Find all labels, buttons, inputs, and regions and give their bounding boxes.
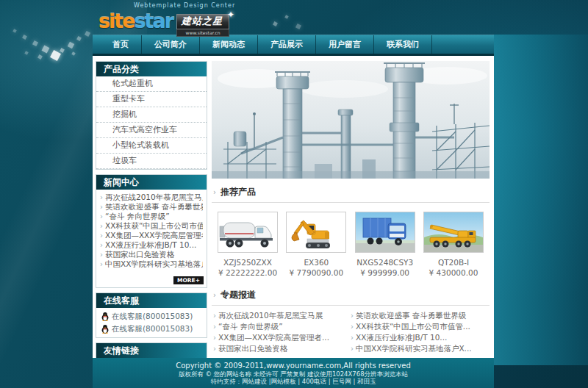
news-item[interactable]: ›再次征战2010年慕尼黑宝马展 — [100, 193, 203, 202]
report-item[interactable]: ›笑语欢歌迎盛事 奋斗勇攀世界级 — [351, 310, 488, 321]
content-area: 产品分类 轮式起重机 重型卡车 挖掘机 汽车式高空作业车 小型轮式装载机 垃圾车… — [93, 56, 494, 358]
logo-text-star: star — [135, 10, 173, 32]
product-price: ¥ 430000.00 — [420, 268, 487, 277]
news-item[interactable]: ›XX科技获“中国上市公司市值管... — [100, 221, 203, 231]
excavator-image — [287, 212, 345, 252]
reports-title: 专题报道 — [220, 289, 256, 301]
news-item[interactable]: ›中国XX学院科研实习基地落户X... — [100, 259, 203, 269]
logo-text-site: site — [98, 10, 135, 32]
blue-truck-image — [356, 212, 415, 252]
news-label: 中国XX学院科研实习基地落户X... — [105, 259, 203, 268]
nav-item-products[interactable]: 产品展示 — [258, 35, 316, 54]
sparkle-icon — [68, 42, 74, 48]
product-card[interactable]: XZJ5250ZXX ¥ 22222222.00 — [215, 212, 281, 277]
qq-service-link[interactable]: 在线客服(800015083) — [96, 323, 207, 335]
main-column: › 推荐产品 — [212, 61, 490, 358]
online-service-title: 在线客服 — [96, 293, 207, 308]
qq-service-link[interactable]: 在线客服(800015083) — [96, 310, 207, 323]
sparkle-icon — [37, 54, 43, 60]
arrow-bullet-icon: › — [100, 222, 103, 230]
reports-list: ›再次征战2010年慕尼黑宝马展 ›“奋斗 奔向世界级” ›XX集团—XXX学院… — [212, 306, 490, 354]
nav-item-news[interactable]: 新闻动态 — [200, 35, 258, 54]
news-label: XX集团—XXX学院高层管理者... — [105, 231, 203, 240]
sparkle-icon — [50, 50, 61, 61]
section-bullet-icon: › — [213, 291, 216, 299]
sparkle-icon — [32, 40, 38, 46]
sparkle-icon — [76, 36, 82, 41]
garbage-truck-image — [218, 212, 277, 252]
news-item[interactable]: ›“奋斗 奔向世界级” — [100, 212, 203, 221]
category-item[interactable]: 垃圾车 — [96, 154, 207, 169]
report-label: XX集团—XXX学院高层管理者... — [218, 333, 329, 342]
product-card[interactable]: EX360 ¥ 7790090.00 — [283, 212, 349, 277]
logo-cn-name: 建站之星 — [176, 14, 229, 29]
crane-truck-image — [424, 212, 483, 252]
nav-item-home[interactable]: 首页 — [100, 35, 142, 54]
news-item[interactable]: ›获国家出口免验资格 — [100, 250, 203, 259]
qq-penguin-icon — [101, 312, 110, 321]
sidebar: 产品分类 轮式起重机 重型卡车 挖掘机 汽车式高空作业车 小型轮式装载机 垃圾车… — [96, 61, 207, 358]
site-logo[interactable]: Webtemplate Design Center sitestar 建站之星 … — [98, 2, 334, 37]
news-more-button[interactable]: MORE+ — [173, 276, 204, 284]
report-item[interactable]: ›XX科技获“中国上市公司市值管... — [351, 321, 488, 332]
news-label: “奋斗 奔向世界级” — [105, 212, 170, 220]
report-label: 笑语欢歌迎盛事 奋斗勇攀世界级 — [356, 311, 466, 320]
logo-tagline: Webtemplate Design Center — [134, 2, 334, 9]
logo-url: www.sitestar.cn — [176, 29, 229, 37]
star-sparkle-icon: ✦ — [227, 10, 234, 20]
category-item[interactable]: 挖掘机 — [96, 107, 207, 123]
report-item[interactable]: ›再次征战2010年慕尼黑宝马展 — [213, 310, 351, 321]
report-item[interactable]: ›XX液压行业标准JB/T 10... — [351, 332, 488, 343]
arrow-bullet-icon: › — [351, 334, 354, 342]
sparkle-icon — [24, 51, 28, 54]
category-item[interactable]: 重型卡车 — [96, 92, 207, 107]
footer-support-links[interactable]: 特约支持：网站建设 |网站模板 | 400电话 | 巨号网 | 和田玉 — [93, 378, 494, 385]
friend-links-title: 友情链接 — [96, 343, 207, 358]
online-service-box: 在线客服 在线客服(800015083) 在线客服(800015083) — [96, 292, 207, 338]
friend-links-box: 友情链接 sitestar 建站之星 美橙互联 CNDNS.com — [96, 342, 207, 358]
product-card[interactable]: NXG5248CSY3 ¥ 999999.00 — [352, 212, 418, 277]
news-label: 笑语欢歌迎盛事 奋斗勇攀世界级 — [105, 202, 203, 211]
category-item[interactable]: 轮式起重机 — [96, 76, 207, 92]
nav-item-guestbook[interactable]: 用户留言 — [316, 35, 374, 54]
page-container: Webtemplate Design Center sitestar 建站之星 … — [93, 0, 494, 388]
service-label: 在线客服(800015083) — [112, 312, 193, 322]
category-item[interactable]: 小型轮式装载机 — [96, 138, 207, 154]
category-item[interactable]: 汽车式高空作业车 — [96, 123, 207, 138]
sparkle-icon — [22, 35, 27, 40]
service-label: 在线客服(800015083) — [112, 324, 193, 334]
reports-section-header: › 专题报道 — [212, 287, 490, 306]
product-grid: XZJ5250ZXX ¥ 22222222.00 — [212, 203, 490, 281]
report-item[interactable]: ›XX集团—XXX学院高层管理者... — [213, 332, 351, 343]
news-label: XX科技获“中国上市公司市值管... — [105, 221, 203, 230]
arrow-bullet-icon: › — [100, 251, 103, 259]
news-center-title: 新闻中心 — [96, 175, 207, 190]
main-nav: 首页 公司简介 新闻动态 产品展示 用户留言 联系我们 — [93, 35, 494, 54]
report-item[interactable]: ›获国家出口免验资格 — [213, 343, 351, 354]
product-price: ¥ 999999.00 — [352, 268, 418, 277]
nav-item-contact[interactable]: 联系我们 — [374, 35, 432, 54]
news-label: 再次征战2010年慕尼黑宝马展 — [105, 193, 203, 201]
report-item[interactable]: ›中国XX学院科研实习基地落户X... — [351, 343, 488, 354]
product-categories-box: 产品分类 轮式起重机 重型卡车 挖掘机 汽车式高空作业车 小型轮式装载机 垃圾车 — [96, 61, 207, 170]
report-label: 再次征战2010年慕尼黑宝马展 — [218, 311, 323, 320]
product-card[interactable]: QT20B-I ¥ 430000.00 — [420, 212, 487, 277]
news-item[interactable]: ›XX液压行业标准JB/T 10... — [100, 240, 203, 250]
report-label: 中国XX学院科研实习基地落户X... — [356, 344, 472, 353]
qq-penguin-icon — [101, 324, 110, 334]
news-center-box: 新闻中心 ›再次征战2010年慕尼黑宝马展 ›笑语欢歌迎盛事 奋斗勇攀世界级 ›… — [96, 174, 207, 288]
sparkle-icon — [42, 46, 50, 54]
arrow-bullet-icon: › — [100, 193, 103, 201]
footer-copyright: Copyright © 2009-2011,www.yourname.com,A… — [93, 362, 494, 370]
report-label: XX液压行业标准JB/T 10... — [356, 333, 447, 342]
product-name: XZJ5250ZXX — [215, 258, 281, 267]
arrow-bullet-icon: › — [213, 323, 216, 331]
news-item[interactable]: ›笑语欢歌迎盛事 奋斗勇攀世界级 — [100, 202, 203, 212]
sparkle-icon — [60, 48, 65, 53]
arrow-bullet-icon: › — [351, 312, 354, 320]
nav-item-about[interactable]: 公司简介 — [142, 35, 200, 54]
recommended-title: 推荐产品 — [220, 186, 256, 198]
news-item[interactable]: ›XX集团—XXX学院高层管理者... — [100, 231, 203, 240]
news-label: 获国家出口免验资格 — [105, 250, 175, 259]
report-item[interactable]: ›“奋斗 奔向世界级” — [213, 321, 351, 332]
